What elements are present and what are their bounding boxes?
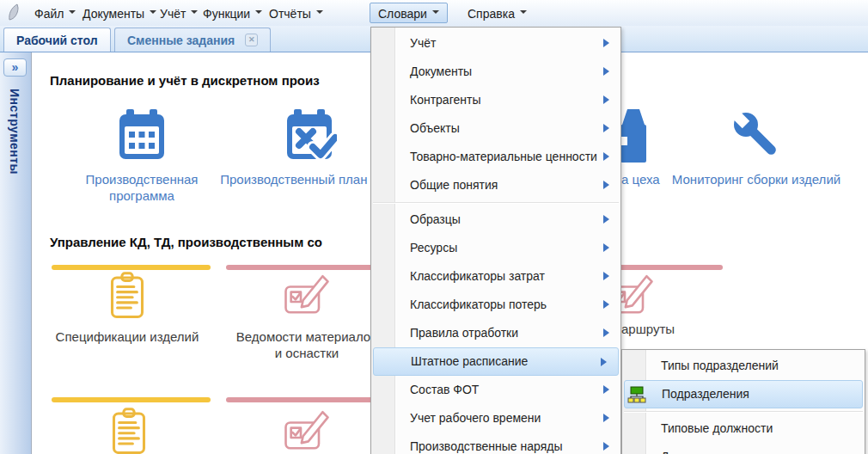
menu-help[interactable]: Справка: [459, 3, 535, 23]
org-chart-icon: [627, 386, 646, 403]
document-pen-icon: [283, 272, 331, 320]
expand-sidebar-button[interactable]: »: [3, 58, 27, 77]
menu-functions[interactable]: Функции: [194, 3, 271, 23]
sidebar-title: Инструменты: [8, 89, 21, 175]
submenu-arrow-icon: [603, 124, 614, 132]
caret-down-icon: [432, 10, 439, 17]
menu-dictionaries[interactable]: Словари: [370, 3, 448, 23]
menu-item-general-concepts[interactable]: Общие понятия: [371, 171, 620, 199]
menu-item-typical-positions[interactable]: Типовые должности: [622, 414, 865, 443]
tab-label: Рабочий стол: [16, 34, 98, 47]
menu-item-processing-rules[interactable]: Правила отработки: [371, 319, 620, 347]
tab-desktop[interactable]: Рабочий стол: [3, 28, 111, 52]
menu-separator: [622, 408, 865, 414]
menu-item-accounting[interactable]: Учёт: [371, 29, 620, 58]
submenu-arrow-icon: [603, 243, 614, 252]
submenu-arrow-icon: [601, 358, 611, 366]
shortcut-production-program[interactable]: Производственная программа: [52, 107, 232, 204]
accent-bar-yellow: [52, 265, 211, 270]
section-title-management: Управление КД, ТД, производственным со: [50, 235, 322, 249]
menu-item-payroll-composition[interactable]: Состав ФОТ: [371, 376, 620, 404]
menu-item-loss-classifiers[interactable]: Классификаторы потерь: [371, 291, 620, 319]
shortcut-label: Мониторинг сборки изделий: [666, 171, 847, 187]
submenu-arrow-icon: [603, 181, 614, 189]
menu-item-counterparties[interactable]: Контрагенты: [371, 86, 620, 114]
caret-down-icon: [520, 10, 527, 17]
submenu-arrow-icon: [603, 328, 614, 337]
menu-item-inventory[interactable]: Товарно-материальные ценности: [371, 143, 620, 171]
menu-item-resources[interactable]: Ресурсы: [371, 234, 620, 262]
submenu-arrow-icon: [603, 39, 614, 47]
menu-item-positions[interactable]: Должности: [622, 443, 865, 454]
menu-item-staffing[interactable]: Штатное расписание: [373, 347, 619, 376]
accent-bar-pink: [226, 265, 385, 270]
tools-sidebar: » Инструменты: [0, 52, 32, 454]
close-icon[interactable]: ✕: [245, 34, 258, 46]
submenu-arrow-icon: [603, 215, 614, 224]
wrench-icon: [729, 107, 784, 163]
accent-bar-yellow: [52, 397, 211, 402]
accent-bar-pink: [226, 397, 385, 402]
menu-item-departments[interactable]: Подразделения: [624, 380, 863, 408]
menu-item-production-orders[interactable]: Производственные наряды: [371, 433, 620, 454]
calendar-icon: [114, 107, 169, 163]
submenu-arrow-icon: [603, 67, 614, 76]
shortcut-product-specifications[interactable]: Спецификации изделий: [34, 272, 220, 345]
tab-shift-tasks[interactable]: Сменные задания ✕: [114, 28, 271, 52]
app-logo-icon: [7, 3, 21, 21]
menu-item-samples[interactable]: Образцы: [371, 206, 620, 234]
staffing-submenu: Типы подразделений Подразделения Типовые…: [621, 349, 865, 454]
menu-item-working-time[interactable]: Учет рабочего времени: [371, 404, 620, 433]
menu-reports[interactable]: Отчёты: [260, 3, 332, 23]
submenu-arrow-icon: [603, 300, 614, 309]
shortcut-label: Спецификации изделий: [34, 328, 220, 345]
submenu-arrow-icon: [603, 152, 614, 161]
submenu-arrow-icon: [603, 442, 614, 451]
dictionaries-dropdown-menu: Учёт Документы Контрагенты Объекты Товар…: [370, 27, 621, 454]
clipboard-icon: [103, 272, 151, 320]
tab-label: Сменные задания: [127, 34, 235, 47]
calendar-check-icon: [282, 107, 337, 163]
shortcut-label-fragment[interactable]: а цеха: [621, 172, 660, 187]
submenu-arrow-icon: [603, 272, 614, 280]
section-title-planning: Планирование и учёт в дискретном произ: [50, 73, 320, 88]
menu-separator: [371, 199, 620, 206]
submenu-arrow-icon: [603, 95, 614, 104]
clipboard-icon: [105, 408, 153, 454]
submenu-arrow-icon: [603, 414, 614, 422]
menu-item-documents[interactable]: Документы: [371, 58, 620, 86]
menu-item-cost-classifiers[interactable]: Классификаторы затрат: [371, 262, 620, 291]
menu-item-objects[interactable]: Объекты: [371, 114, 620, 143]
shortcut-label: Производственная программа: [52, 171, 232, 204]
submenu-arrow-icon: [603, 385, 614, 394]
document-pen-icon: [283, 408, 331, 454]
caret-down-icon: [316, 10, 323, 17]
menu-bar: Файл Документы Учёт Функции Отчёты Слова…: [0, 0, 868, 26]
shortcut-label-fragment[interactable]: аршруты: [621, 322, 675, 336]
menu-item-department-types[interactable]: Типы подразделений: [622, 352, 865, 380]
shortcut-assembly-monitoring[interactable]: Мониторинг сборки изделий: [666, 107, 847, 187]
